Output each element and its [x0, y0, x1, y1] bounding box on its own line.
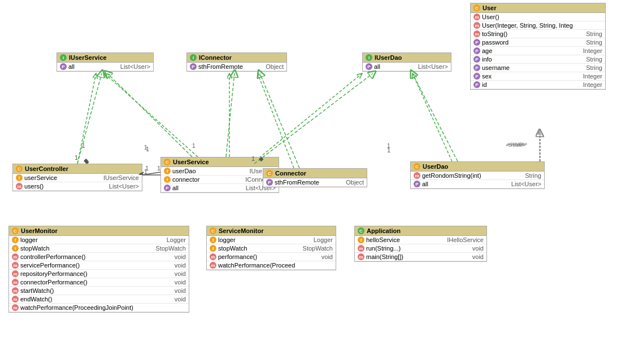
- userdao-title: UserDao: [423, 163, 448, 170]
- svg-line-4: [105, 73, 198, 157]
- svg-line-30: [412, 73, 458, 161]
- usermonitor-box: C UserMonitor floggerLogger fstopWatchSt…: [8, 226, 189, 313]
- icon-p: P: [366, 63, 372, 70]
- icon-p: P: [414, 181, 420, 187]
- usercontroller-icon: C: [16, 165, 23, 172]
- iconnector-icon: I: [190, 54, 197, 61]
- svg-text:1: 1: [144, 169, 147, 175]
- usercontroller-row-0: fuserServiceIUserService: [13, 174, 142, 182]
- user-row-1: mUser(Integer, String, String, Integ: [471, 21, 605, 30]
- icon-field: f: [164, 168, 171, 174]
- user-row-2: mtoString()String: [471, 30, 605, 38]
- iuserdao-title: IUserDao: [375, 54, 402, 61]
- svg-text:«create»: «create»: [506, 142, 525, 148]
- userdao-icon: C: [414, 163, 420, 170]
- svg-text:1: 1: [144, 144, 147, 151]
- servicemonitor-header: C ServiceMonitor: [207, 226, 336, 236]
- connector-icon: C: [266, 170, 273, 177]
- svg-line-18: [77, 73, 102, 164]
- icon-m: m: [210, 253, 216, 260]
- userdao-row-0: mgetRondomString(int)String: [411, 172, 544, 180]
- svg-text:1: 1: [82, 143, 85, 149]
- userservice-header: C UserService: [161, 157, 279, 167]
- icon-f: f: [16, 174, 23, 181]
- icon-m: m: [358, 245, 364, 252]
- iconnector-row-0: PsthFromRemoteObject: [187, 63, 286, 71]
- connector-box: C Connector PsthFromRemoteObject: [263, 168, 367, 187]
- icon-m: m: [12, 287, 19, 294]
- svg-line-8: [412, 73, 452, 161]
- iuserdao-header: I IUserDao: [363, 53, 451, 63]
- icon-p: P: [473, 81, 480, 88]
- usermonitor-row-1: fstopWatchStopWatch: [9, 244, 189, 253]
- usercontroller-row-1: musers()List<User>: [13, 182, 142, 191]
- user-row-7: PsexInteger: [471, 72, 605, 81]
- icon-m: m: [12, 296, 19, 302]
- user-row-0: mUser(): [471, 13, 605, 21]
- icon-p: P: [164, 185, 171, 191]
- icon-m: m: [414, 172, 420, 179]
- icon-p: P: [190, 63, 197, 70]
- svg-line-7: [258, 73, 294, 168]
- svg-text:1: 1: [75, 154, 78, 161]
- icon-p: P: [473, 39, 480, 46]
- icon-field: f: [12, 236, 19, 243]
- icon-field: f: [210, 245, 216, 252]
- icon-field: f: [12, 245, 19, 252]
- usermonitor-row-8: mwatchPerformance(ProceedingJoinPoint): [9, 304, 189, 312]
- userservice-icon: C: [164, 159, 171, 165]
- svg-line-26: [260, 73, 299, 168]
- usermonitor-title: UserMonitor: [21, 227, 58, 234]
- svg-text:◆: ◆: [84, 157, 89, 164]
- application-title: Application: [367, 227, 401, 234]
- connector-header: C Connector: [263, 169, 367, 178]
- iuserdao-box: I IUserDao PallList<User>: [362, 52, 451, 72]
- icon-m: m: [473, 22, 480, 29]
- servicemonitor-title: ServiceMonitor: [219, 227, 263, 234]
- icon-p: P: [60, 63, 67, 70]
- usermonitor-icon: C: [12, 227, 19, 234]
- servicemonitor-box: C ServiceMonitor floggerLogger fstopWatc…: [206, 226, 336, 270]
- userservice-row-2: PallList<User>: [161, 184, 279, 192]
- iuserservice-icon: I: [60, 54, 67, 61]
- usermonitor-row-2: mcontrollerPerformance()void: [9, 253, 189, 261]
- svg-text:1: 1: [146, 146, 149, 152]
- usermonitor-row-4: mrepositoryPerformance()void: [9, 270, 189, 278]
- icon-p: P: [473, 47, 480, 54]
- icon-m: m: [210, 262, 216, 269]
- icon-p: P: [473, 56, 480, 63]
- iconnector-header: I IConnector: [187, 53, 286, 63]
- servicemonitor-row-1: fstopWatchStopWatch: [207, 244, 336, 253]
- iuserservice-box: I IUserService PallList<User>: [57, 52, 154, 72]
- icon-m: m: [473, 30, 480, 37]
- user-row-3: PpasswordString: [471, 38, 605, 47]
- application-row-0: fhelloServiceIHelloService: [355, 236, 486, 244]
- svg-text:1: 1: [192, 143, 195, 149]
- icon-p: P: [473, 64, 480, 71]
- usermonitor-row-7: mendWatch()void: [9, 295, 189, 304]
- svg-line-0: [77, 73, 96, 164]
- servicemonitor-icon: C: [210, 227, 216, 234]
- user-header: C User: [471, 3, 605, 13]
- application-box: C Application fhelloServiceIHelloService…: [354, 226, 487, 262]
- userdao-header: C UserDao: [411, 162, 544, 172]
- svg-line-25: [226, 73, 234, 157]
- iuserdao-row-0: PallList<User>: [363, 63, 451, 71]
- icon-p: P: [266, 179, 273, 186]
- icon-field: f: [358, 236, 364, 243]
- icon-m: m: [12, 270, 19, 277]
- servicemonitor-row-3: mwatchPerformance(Proceed: [207, 261, 336, 270]
- application-icon: C: [358, 227, 364, 234]
- iuserservice-title: IUserService: [69, 54, 107, 61]
- icon-m: m: [12, 279, 19, 286]
- svg-text:1: 1: [387, 147, 390, 154]
- user-class-icon: C: [473, 5, 480, 11]
- user-row-6: PusernameString: [471, 64, 605, 72]
- connector-row-0: PsthFromRemoteObject: [263, 178, 367, 187]
- userdao-box: C UserDao mgetRondomString(int)String Pa…: [410, 161, 545, 189]
- iconnector-title: IConnector: [199, 54, 232, 61]
- usercontroller-box: C UserController fuserServiceIUserServic…: [12, 164, 142, 191]
- icon-field: f: [210, 236, 216, 243]
- usermonitor-row-6: mstartWatch()void: [9, 287, 189, 295]
- usercontroller-title: UserController: [25, 165, 68, 172]
